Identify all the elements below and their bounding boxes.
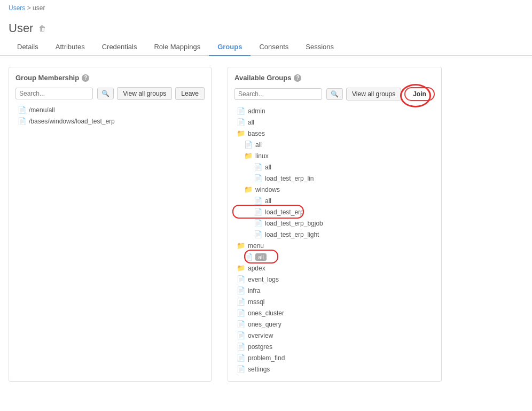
file-icon: 📄 [244, 253, 253, 261]
group-name: settings [248, 366, 270, 373]
breadcrumb-current: user [33, 4, 45, 12]
group-name: ones_cluster [248, 309, 284, 317]
delete-icon[interactable]: 🗑 [38, 24, 46, 33]
list-item[interactable]: 📄 /bases/windows/load_test_erp [15, 115, 205, 127]
group-name: postgres [248, 343, 272, 351]
leave-button[interactable]: Leave [175, 87, 205, 100]
list-item[interactable]: 📄 /menu/all [15, 104, 205, 115]
list-item[interactable]: 📄 admin [234, 105, 435, 117]
group-membership-help-icon[interactable]: ? [82, 74, 89, 82]
group-name: load_test_erp [265, 208, 304, 216]
available-groups-view-all-button[interactable]: View all groups [346, 88, 401, 100]
group-name: ones_query [248, 321, 281, 328]
folder-icon: 📁 [244, 185, 253, 193]
available-groups-list: 📄 admin 📄 all 📁 bases 📄 all 📁 linux 📄 [234, 105, 435, 375]
page-header: User 🗑 [0, 16, 532, 38]
list-item[interactable]: 📄 problem_find [234, 352, 435, 363]
group-membership-list: 📄 /menu/all 📄 /bases/windows/load_test_e… [15, 104, 205, 127]
available-groups-help-icon[interactable]: ? [294, 74, 301, 82]
content-area: Group Membership ? 🔍 View all groups Lea… [0, 56, 532, 392]
group-name: /menu/all [29, 106, 55, 114]
list-item[interactable]: 📄 load_test_erp_lin [234, 173, 435, 184]
group-name: all [265, 164, 271, 171]
group-membership-view-all-button[interactable]: View all groups [117, 87, 172, 100]
file-icon: 📄 [18, 117, 26, 125]
group-name: all [255, 141, 262, 149]
breadcrumb-parent[interactable]: Users [9, 4, 25, 12]
group-membership-search-button[interactable]: 🔍 [97, 88, 114, 99]
page-title: User [9, 21, 33, 35]
available-groups-search-input[interactable] [238, 90, 318, 98]
group-name: infra [248, 287, 260, 294]
tabs-bar: Details Attributes Credentials Role Mapp… [0, 38, 532, 56]
file-icon: 📄 [254, 219, 262, 227]
file-icon: 📄 [237, 365, 245, 373]
group-name: mssql [248, 298, 264, 306]
file-icon: 📄 [254, 197, 262, 205]
join-button[interactable]: Join [404, 87, 435, 101]
tab-credentials[interactable]: Credentials [93, 38, 146, 56]
group-name: apdex [248, 265, 265, 272]
group-name: menu [248, 242, 264, 250]
file-icon: 📄 [237, 118, 245, 126]
group-membership-panel: Group Membership ? 🔍 View all groups Lea… [9, 67, 212, 382]
list-item[interactable]: 📁 windows [234, 184, 435, 195]
list-item[interactable]: 📄 all [234, 251, 435, 262]
tab-groups[interactable]: Groups [209, 38, 251, 56]
available-groups-title: Available Groups ? [234, 74, 435, 82]
list-item[interactable]: 📄 overview [234, 330, 435, 341]
list-item[interactable]: 📁 linux [234, 150, 435, 161]
join-button-wrapper: Join [404, 87, 435, 101]
list-item[interactable]: 📄 all [234, 139, 435, 150]
list-item[interactable]: 📄 all [234, 195, 435, 206]
available-groups-search-box [234, 88, 322, 100]
list-item[interactable]: 📄 load_test_erp_light [234, 229, 435, 240]
group-membership-search-box [15, 88, 93, 99]
file-icon: 📄 [237, 331, 245, 339]
list-item[interactable]: 📄 all [234, 161, 435, 173]
file-icon: 📄 [237, 107, 245, 115]
group-membership-search-input[interactable] [19, 90, 89, 97]
list-item[interactable]: 📄 event_logs [234, 274, 435, 285]
available-groups-toolbar: 🔍 View all groups Join [234, 87, 435, 101]
file-icon: 📄 [237, 354, 245, 362]
folder-icon: 📁 [237, 242, 245, 250]
list-item[interactable]: 📄 ones_cluster [234, 307, 435, 319]
tab-attributes[interactable]: Attributes [47, 38, 93, 56]
group-name: load_test_erp_light [265, 231, 319, 238]
list-item[interactable]: 📄 mssql [234, 296, 435, 307]
file-icon: 📄 [237, 309, 245, 317]
list-item[interactable]: 📁 menu [234, 240, 435, 251]
list-item[interactable]: 📄 settings [234, 363, 435, 375]
file-icon: 📄 [254, 230, 262, 238]
group-name: load_test_erp_bgjob [265, 220, 323, 227]
file-icon: 📄 [237, 298, 245, 306]
tab-sessions[interactable]: Sessions [297, 38, 342, 56]
folder-icon: 📁 [237, 264, 245, 272]
group-membership-title: Group Membership ? [15, 74, 205, 82]
group-name: linux [255, 152, 269, 160]
tab-details[interactable]: Details [9, 38, 47, 56]
file-icon: 📄 [237, 320, 245, 328]
list-item[interactable]: 📄 load_test_erp [234, 206, 435, 218]
group-name: event_logs [248, 276, 279, 283]
group-name: all [248, 119, 254, 126]
available-groups-search-button[interactable]: 🔍 [326, 88, 343, 100]
group-name: /bases/windows/load_test_erp [29, 118, 115, 125]
tab-role-mappings[interactable]: Role Mappings [145, 38, 209, 56]
list-item[interactable]: 📄 all [234, 117, 435, 128]
group-name: admin [248, 107, 265, 115]
file-icon: 📄 [237, 286, 245, 294]
file-icon: 📄 [254, 163, 262, 171]
folder-icon: 📁 [244, 152, 253, 160]
list-item[interactable]: 📁 bases [234, 128, 435, 139]
tab-consents[interactable]: Consents [251, 38, 297, 56]
list-item[interactable]: 📄 postgres [234, 341, 435, 352]
group-name: all [265, 197, 271, 205]
list-item[interactable]: 📄 infra [234, 285, 435, 296]
list-item[interactable]: 📄 ones_query [234, 319, 435, 330]
list-item[interactable]: 📄 load_test_erp_bgjob [234, 218, 435, 229]
file-icon: 📄 [244, 141, 253, 149]
list-item[interactable]: 📁 apdex [234, 262, 435, 274]
group-name: bases [248, 130, 265, 137]
